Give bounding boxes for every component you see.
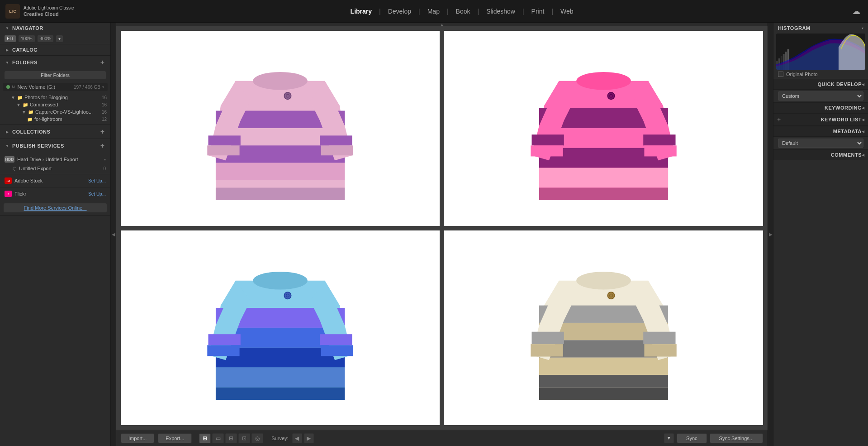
metadata-preset-dropdown[interactable]: Default [778,139,863,148]
folder-item[interactable]: 📁 for-lightroom 12 [0,115,110,123]
svg-rect-42 [531,332,564,344]
original-photo-row: Original Photo [773,70,868,79]
original-photo-checkbox[interactable] [778,72,783,77]
publish-services-content: HDD Hard Drive › Untitled Export ▾ ⬡ Unt… [0,153,110,201]
ps-hard-drive-item[interactable]: HDD Hard Drive › Untitled Export ▾ [0,154,110,164]
svg-rect-31 [320,334,352,345]
svg-point-22 [607,92,614,99]
top-filmstrip-toggle[interactable]: ▲ [116,23,768,26]
keyword-list-add-btn[interactable]: + [777,116,781,123]
nav-print[interactable]: Print [526,6,550,17]
nav-map[interactable]: Map [422,6,445,17]
zoom-300-btn[interactable]: 300% [38,35,54,42]
svg-rect-43 [531,344,563,356]
sync-btn[interactable]: Sync [677,433,707,443]
publish-services-collapse-arrow: ▼ [5,143,10,149]
ps-separator [0,174,110,174]
folders-header[interactable]: ▼ Folders + [0,56,110,69]
nav-web[interactable]: Web [555,6,579,17]
zoom-100-btn[interactable]: 100% [19,35,35,42]
svg-rect-44 [643,332,675,344]
qd-preset-row: Custom [773,90,868,102]
left-panel-collapse-btn[interactable]: ◀ [111,23,116,446]
photo-cell-4[interactable] [444,230,763,426]
survey-label: Survey: [271,436,288,441]
folder-expand-arrow: ▼ [11,95,15,100]
ps-adobe-stock-item[interactable]: St Adobe Stock Set Up... [0,176,110,186]
zoom-arrow-btn[interactable]: ▾ [56,35,63,42]
svg-rect-33 [216,387,345,399]
folder-item[interactable]: ▼ 📁 CaptureOne-VS-Lightoo... 16 [0,108,110,115]
export-btn[interactable]: Export... [158,433,192,443]
quick-develop-header[interactable]: Quick Develop ◀ [773,79,868,90]
survey-next-btn[interactable]: ▶ [304,433,314,443]
right-panel-spacer [773,160,868,164]
folder-item[interactable]: ▼ 📁 Compressed 16 [0,101,110,108]
svg-point-10 [284,92,291,99]
loupe-view-btn[interactable]: ▭ [212,433,224,443]
cloud-icon[interactable]: ☁ [850,5,863,18]
keywording-header[interactable]: Keywording ◀ [773,102,868,113]
publish-services-header[interactable]: ▼ Publish Services + [0,139,110,153]
nav-library[interactable]: Library [345,6,377,17]
quick-develop-section: Quick Develop ◀ Custom [773,79,868,102]
grid-view-btn[interactable]: ⊞ [199,433,211,443]
svg-point-34 [284,292,291,299]
hard-drive-dropdown[interactable]: ▾ [104,158,106,162]
view-options-dropdown[interactable]: ▾ [664,433,674,443]
compare-view-btn[interactable]: ⊟ [225,433,237,443]
keyword-list-header[interactable]: + Keyword List ◀ [773,113,868,126]
ps-flickr-item[interactable]: f Flickr Set Up... [0,189,110,199]
svg-rect-21 [539,188,668,200]
adobe-stock-icon: St [5,177,12,184]
left-panel: ▼ Navigator FIT 100% 300% ▾ ▶ Catalog ▼ … [0,23,111,446]
flickr-icon: f [5,191,12,197]
catalog-header[interactable]: ▶ Catalog [0,44,110,55]
top-bar: LrC Adobe Lightroom Classic Creative Clo… [0,0,868,23]
survey-view-btn[interactable]: ⊡ [238,433,250,443]
catalog-collapse-arrow: ▶ [5,47,10,53]
photo-cell-1[interactable] [121,31,440,226]
people-view-btn[interactable]: ◎ [251,433,263,443]
collections-header[interactable]: ▶ Collections + [0,125,110,139]
photo-cell-2[interactable] [444,31,763,226]
folders-add-btn[interactable]: + [99,58,106,67]
hard-drive-icon: HDD [5,156,14,163]
sync-settings-btn[interactable]: Sync Settings... [710,433,763,443]
nav-develop[interactable]: Develop [383,6,417,17]
nav-slideshow[interactable]: Slideshow [481,6,521,17]
metadata-collapse-arrow: ◀ [862,129,864,134]
svg-rect-3 [216,163,345,180]
zoom-fit-btn[interactable]: FIT [5,35,16,42]
svg-rect-20 [644,146,676,157]
ps-untitled-export-item[interactable]: ⬡ Untitled Export 0 [0,164,110,173]
app-name: Adobe Lightroom Classic Creative Cloud [24,5,74,17]
bottom-right-controls: ▾ Sync Sync Settings... [664,433,763,443]
volume-row: N New Volume (G:) 197 / 466 GB ▾ [3,83,108,91]
navigator-header[interactable]: ▼ Navigator [0,23,110,34]
comments-header[interactable]: Comments ◀ [773,149,868,160]
svg-rect-27 [216,367,345,387]
volume-dropdown-arrow[interactable]: ▾ [102,85,104,89]
histogram-header[interactable]: Histogram ▾ [773,23,868,34]
navigator-section: ▼ Navigator FIT 100% 300% ▾ [0,23,110,44]
survey-prev-btn[interactable]: ◀ [292,433,302,443]
app-logo: LrC [5,4,20,19]
filter-folders-btn[interactable]: Filter Folders [5,71,106,79]
collections-add-btn[interactable]: + [99,128,106,136]
import-btn[interactable]: Import... [121,433,154,443]
find-more-services-btn[interactable]: Find More Services Online _ [4,203,107,212]
right-panel-collapse-btn[interactable]: ▶ [768,23,773,446]
nav-book[interactable]: Book [451,6,476,17]
keywording-section: Keywording ◀ [773,102,868,113]
folder-item[interactable]: ▼ 📁 Photos for Blogging 16 [0,94,110,101]
metadata-header[interactable]: Metadata ◀ [773,126,868,137]
publish-services-add-btn[interactable]: + [99,142,106,150]
qd-preset-dropdown[interactable]: Custom [778,91,863,101]
photo-cell-3[interactable] [121,230,440,426]
folder-icon: 📁 [23,102,28,107]
svg-rect-17 [531,134,564,145]
histogram-dropdown-arrow[interactable]: ▾ [862,26,863,30]
folders-collapse-arrow: ▼ [5,60,10,65]
svg-rect-18 [531,146,563,157]
